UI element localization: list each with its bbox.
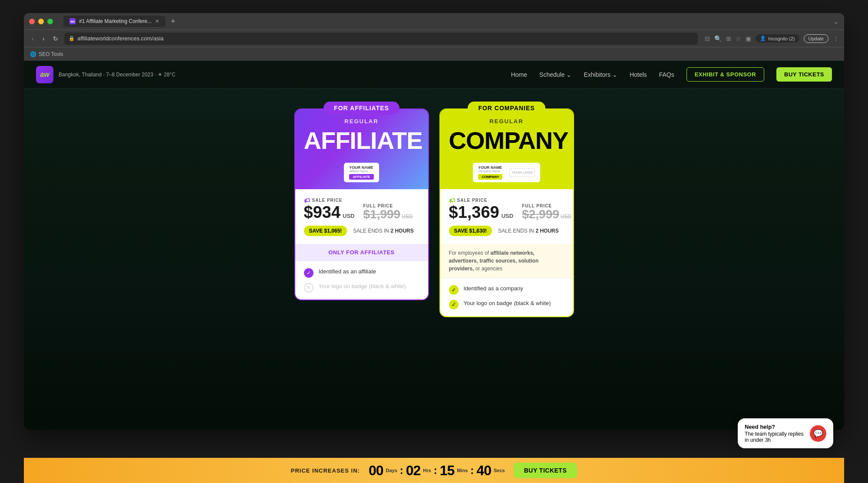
tab-bar: aw #1 Affiliate Marketing Confere... ✕ + (63, 15, 830, 28)
help-chat-text: Need help? The team typically replies in… (745, 424, 804, 443)
company-feature-text-2: Your logo on badge (black & white) (464, 300, 551, 306)
bookmark-icon[interactable]: ☆ (736, 35, 741, 42)
browser-window: aw #1 Affiliate Marketing Confere... ✕ +… (24, 13, 844, 430)
back-button[interactable]: ‹ (29, 33, 36, 44)
companies-card: REGULAR COMPANY YOUR NAME Company Name C… (439, 108, 574, 317)
badge-name-area: YOUR NAME Affiliate Name AFFILIATE (349, 165, 373, 180)
new-tab-button[interactable]: + (167, 15, 179, 28)
pricing-section: FOR AFFILIATES REGULAR AFFILIATE YOUR NA… (294, 102, 574, 317)
countdown-hrs-unit: Hrs (423, 468, 431, 473)
company-badge-sub: Company Name (478, 170, 502, 173)
countdown-secs-unit: Secs (494, 468, 505, 473)
incognito-badge[interactable]: 👤 Incognito (2) (756, 34, 799, 43)
affiliates-card-body: 🏷 SALE PRICE $934 USD FULL PRI (295, 189, 428, 244)
address-text: affiliateworldconferences.com/asia (77, 35, 693, 42)
tab-favicon: aw (69, 18, 76, 24)
incognito-avatar-icon: 👤 (760, 36, 766, 41)
countdown-label: PRICE INCREASES IN: (291, 467, 360, 474)
toolbar-actions: ⊟ 🔍 ⊞ ☆ ▣ 👤 Incognito (2) Update ⋮ (705, 34, 839, 43)
affiliate-sale-currency: USD (343, 213, 354, 219)
help-chat-subtitle: The team typically replies in under 3h (745, 431, 803, 443)
browser-toolbar: ‹ › ↻ 🔒 affiliateworldconferences.com/as… (24, 30, 844, 47)
affiliates-tag: FOR AFFILIATES (323, 102, 399, 115)
search-icon[interactable]: 🔍 (714, 35, 722, 42)
badge-sub: Affiliate Name (349, 170, 373, 173)
refresh-button[interactable]: ↻ (50, 33, 61, 44)
affiliate-badge-preview: YOUR NAME Affiliate Name AFFILIATE (344, 163, 379, 182)
location-info: Bangkok, Thailand · 7–8 December 2023 · … (59, 72, 175, 78)
affiliates-card-type: REGULAR (304, 118, 419, 125)
logo-area: aw Bangkok, Thailand · 7–8 December 2023… (36, 66, 175, 83)
incognito-label: Incognito (2) (768, 36, 795, 41)
nav-exhibitors[interactable]: Exhibitors ⌄ (584, 71, 617, 78)
company-feature-text-1: Identified as a company (464, 285, 523, 292)
split-icon[interactable]: ▣ (746, 35, 751, 42)
cross-icon-1: ✕ (304, 283, 314, 292)
window-menu-icon[interactable]: ⌄ (833, 17, 839, 26)
chevron-down-icon: ⌄ (566, 71, 571, 78)
company-badge-preview: YOUR NAME Company Name COMPANY YOUR LOGO (473, 163, 540, 182)
close-button[interactable] (29, 19, 35, 24)
companies-card-body: 🏷 SALE PRICE $1,369 USD FULL P (440, 189, 573, 244)
nav-links: Home Schedule ⌄ Exhibitors ⌄ Hotels FAQs… (511, 67, 832, 82)
main-content: FOR AFFILIATES REGULAR AFFILIATE YOUR NA… (24, 89, 844, 326)
address-bar[interactable]: 🔒 affiliateworldconferences.com/asia (64, 33, 698, 45)
site-logo[interactable]: aw (36, 66, 53, 83)
company-savings-row: SAVE $1,630! SALE ENDS IN 2 HOURS (449, 226, 564, 236)
badge-type-label: AFFILIATE (349, 174, 373, 180)
full-price-col: FULL PRICE $1,999 USD (363, 204, 413, 220)
company-sale-price-col: 🏷 SALE PRICE $1,369 USD (449, 197, 514, 220)
chat-bubble-icon[interactable]: 💬 (810, 425, 826, 442)
companies-card-title: COMPANY (449, 127, 564, 154)
site-navigation: aw Bangkok, Thailand · 7–8 December 2023… (24, 61, 844, 89)
buy-tickets-nav-button[interactable]: BUY TICKETS (776, 67, 832, 82)
company-full-price-col: FULL PRICE $2,999 USD (522, 204, 571, 220)
company-sale-currency: USD (502, 213, 513, 219)
nav-home[interactable]: Home (511, 71, 527, 78)
countdown-sep-1: : (400, 464, 403, 476)
affiliate-full-price: $1,999 (363, 208, 401, 220)
menu-icon[interactable]: ⋮ (833, 35, 839, 42)
countdown-days: 00 (369, 463, 383, 479)
browser-titlebar: aw #1 Affiliate Marketing Confere... ✕ +… (24, 13, 844, 30)
help-chat-widget[interactable]: Need help? The team typically replies in… (738, 418, 833, 448)
active-tab[interactable]: aw #1 Affiliate Marketing Confere... ✕ (63, 16, 165, 27)
nav-faqs[interactable]: FAQs (659, 71, 674, 78)
company-check-icon-2: ✓ (449, 300, 459, 309)
price-row: 🏷 SALE PRICE $934 USD FULL PRI (304, 197, 419, 220)
company-price-row: 🏷 SALE PRICE $1,369 USD FULL P (449, 197, 564, 220)
minimize-button[interactable] (38, 19, 44, 24)
affiliates-card-header: REGULAR AFFILIATE YOUR NAME Affiliate Na… (295, 109, 428, 189)
company-full-price: $2,999 (522, 208, 559, 220)
affiliate-feature-1: ✓ Identified as an affiliate (304, 268, 419, 278)
company-check-icon-1: ✓ (449, 285, 459, 295)
company-sale-ends: SALE ENDS IN 2 HOURS (498, 228, 558, 234)
company-features-list: ✓ Identified as a company ✓ Your logo on… (440, 278, 573, 316)
exhibit-sponsor-button[interactable]: EXHIBIT & SPONSOR (686, 67, 764, 82)
badge-your-name: YOUR NAME (349, 165, 373, 170)
affiliate-savings-row: SAVE $1,065! SALE ENDS IN 2 HOURS (304, 226, 419, 236)
company-badge-name: YOUR NAME (478, 165, 502, 170)
company-sale-price: $1,369 (449, 204, 499, 220)
bookmark-label: SEO Tools (39, 51, 63, 57)
buy-tickets-countdown-button[interactable]: BUY TICKETS (514, 463, 578, 478)
company-for-employees: For employees of affiliate networks, adv… (440, 244, 573, 278)
nav-schedule[interactable]: Schedule ⌄ (539, 71, 571, 78)
website-content: aw Bangkok, Thailand · 7–8 December 2023… (24, 61, 844, 430)
companies-column: FOR COMPANIES REGULAR COMPANY YOUR NAME … (439, 102, 574, 317)
bookmark-seo-tools[interactable]: 🌐 SEO Tools (30, 51, 63, 57)
countdown-sep-3: : (470, 464, 474, 476)
maximize-button[interactable] (47, 19, 53, 24)
extensions-icon[interactable]: ⊞ (726, 35, 731, 42)
update-button[interactable]: Update (804, 34, 828, 43)
nav-hotels[interactable]: Hotels (630, 71, 647, 78)
affiliate-save-badge: SAVE $1,065! (304, 226, 347, 236)
tab-close-icon[interactable]: ✕ (155, 18, 159, 24)
company-badge-type-label: COMPANY (478, 174, 502, 180)
countdown-days-unit: Days (386, 468, 397, 473)
chevron-down-icon-2: ⌄ (612, 71, 617, 78)
translate-icon[interactable]: ⊟ (705, 35, 710, 42)
affiliate-sale-ends: SALE ENDS IN 2 HOURS (353, 228, 413, 234)
company-full-currency: USD (561, 214, 571, 220)
forward-button[interactable]: › (40, 33, 47, 44)
